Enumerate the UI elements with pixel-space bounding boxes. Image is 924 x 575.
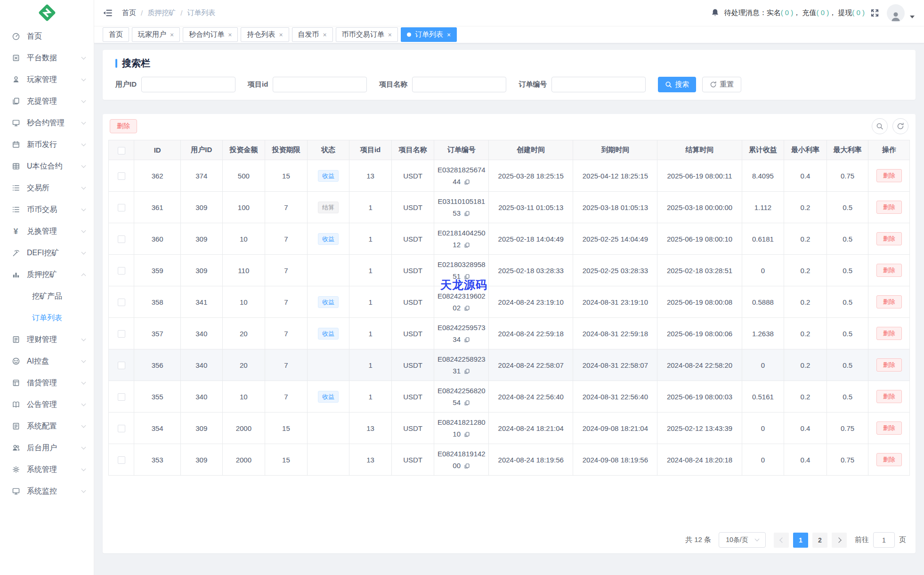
row-delete-button[interactable]: 删除 (876, 169, 902, 182)
tab-持仓列表[interactable]: 持仓列表× (241, 27, 289, 42)
copy-icon[interactable] (464, 368, 470, 374)
row-delete-button[interactable]: 删除 (876, 453, 902, 466)
order-no-input[interactable] (551, 77, 646, 92)
close-icon[interactable]: × (170, 32, 174, 38)
sidebar-subitem-mining-products[interactable]: 挖矿产品 (0, 285, 94, 307)
data-icon (11, 54, 20, 63)
sidebar-item-swap-mgmt[interactable]: ¥兑换管理 (0, 220, 94, 242)
sidebar-subitem-order-list[interactable]: 订单列表 (0, 307, 94, 329)
row-checkbox[interactable] (118, 235, 125, 243)
close-icon[interactable]: × (228, 32, 232, 38)
page-size-select[interactable]: 10条/页 (719, 532, 766, 548)
row-delete-button[interactable]: 删除 (876, 264, 902, 277)
sidebar-item-loan-mgmt[interactable]: 借贷管理 (0, 372, 94, 394)
row-delete-button[interactable]: 删除 (876, 421, 902, 435)
sidebar-item-new-coin[interactable]: 新币发行 (0, 134, 94, 155)
sidebar-item-coin-trade[interactable]: 币币交易 (0, 199, 94, 220)
sidebar-item-player-mgmt[interactable]: 玩家管理 (0, 69, 94, 90)
sidebar-item-defi-mining[interactable]: DEFI挖矿 (0, 242, 94, 264)
tab-首页[interactable]: 首页 (103, 27, 129, 42)
cell-profit: 1.112 (742, 192, 784, 223)
tab-秒合约订单[interactable]: 秒合约订单× (183, 27, 238, 42)
search-button[interactable]: 搜索 (658, 77, 696, 92)
sidebar-item-home[interactable]: 首页 (0, 25, 94, 47)
sidebar-item-notice-mgmt[interactable]: 公告管理 (0, 394, 94, 415)
copy-icon[interactable] (464, 400, 470, 406)
close-icon[interactable]: × (323, 32, 327, 38)
sidebar-item-admin-users[interactable]: 后台用户 (0, 437, 94, 459)
copy-icon[interactable] (464, 242, 470, 248)
page-button-2[interactable]: 2 (812, 533, 827, 548)
row-delete-button[interactable]: 删除 (876, 327, 902, 340)
tab-订单列表[interactable]: 订单列表× (401, 27, 457, 42)
project-id-input[interactable] (273, 77, 367, 92)
user-id-input[interactable] (141, 77, 235, 92)
sidebar-item-system-config[interactable]: 系统配置 (0, 415, 94, 437)
tab-币币交易订单[interactable]: 币币交易订单× (336, 27, 398, 42)
copy-icon[interactable] (464, 337, 470, 343)
reset-button[interactable]: 重置 (702, 77, 741, 92)
copy-icon[interactable] (464, 211, 470, 217)
row-checkbox[interactable] (118, 204, 125, 211)
sidebar-item-staking-mining[interactable]: 质押挖矿 (0, 264, 94, 285)
sidebar-item-u-contract[interactable]: U本位合约 (0, 155, 94, 177)
close-icon[interactable]: × (279, 32, 283, 38)
prev-page-button[interactable] (774, 533, 789, 548)
project-name-input[interactable] (412, 77, 506, 92)
row-checkbox[interactable] (118, 330, 125, 338)
page-button-1[interactable]: 1 (793, 533, 808, 548)
copy-icon[interactable] (464, 179, 470, 185)
refresh-table-icon[interactable] (892, 118, 908, 134)
grid-icon (11, 162, 20, 171)
column-header: 最小利率 (784, 140, 827, 160)
sidebar-item-seconds-contract[interactable]: 秒合约管理 (0, 112, 94, 134)
tab-自发币[interactable]: 自发币× (292, 27, 333, 42)
copy-icon[interactable] (464, 305, 470, 311)
copy-icon[interactable] (464, 463, 470, 469)
collapse-menu-icon[interactable] (103, 8, 113, 18)
select-all-checkbox[interactable] (118, 147, 125, 154)
bell-icon[interactable] (711, 8, 720, 17)
sidebar-item-finance-mgmt[interactable]: 理财管理 (0, 329, 94, 350)
sidebar-item-ai-control[interactable]: AI控盘 (0, 350, 94, 372)
goto-label: 前往 (855, 535, 869, 544)
avatar-caret-icon[interactable] (910, 16, 915, 18)
row-checkbox[interactable] (118, 456, 125, 464)
next-page-button[interactable] (832, 533, 847, 548)
copy-icon[interactable] (464, 431, 470, 437)
row-checkbox[interactable] (118, 267, 125, 275)
sidebar-item-system-mgmt[interactable]: 系统管理 (0, 459, 94, 480)
row-delete-button[interactable]: 删除 (876, 232, 902, 245)
row-delete-button[interactable]: 删除 (876, 295, 902, 308)
row-delete-button[interactable]: 删除 (876, 390, 902, 403)
bulk-delete-button[interactable]: 删除 (110, 119, 137, 133)
sidebar-item-exchange[interactable]: 交易所 (0, 177, 94, 199)
cell-status: 收益 (307, 160, 349, 192)
close-icon[interactable]: × (447, 32, 451, 38)
row-delete-button[interactable]: 删除 (876, 358, 902, 372)
sidebar-item-platform-data[interactable]: 平台数据 (0, 47, 94, 69)
breadcrumb-item[interactable]: 首页 (122, 8, 136, 17)
breadcrumb-item[interactable]: 质押挖矿 (147, 8, 176, 17)
row-checkbox[interactable] (118, 393, 125, 401)
pending-item-2[interactable]: 提现( 0 ) (838, 8, 865, 16)
avatar[interactable] (887, 4, 905, 22)
goto-page-input[interactable]: 1 (873, 532, 895, 548)
sidebar-item-deposit-withdraw[interactable]: 充提管理 (0, 90, 94, 112)
row-checkbox[interactable] (118, 299, 125, 306)
pending-item-0[interactable]: 实名( 0 ) (767, 8, 794, 16)
pending-item-1[interactable]: 充值( 0 ) (802, 8, 829, 16)
row-delete-button[interactable]: 删除 (876, 201, 902, 214)
row-checkbox[interactable] (118, 172, 125, 180)
close-icon[interactable]: × (388, 32, 392, 38)
tab-玩家用户[interactable]: 玩家用户× (132, 27, 180, 42)
user-icon (11, 75, 20, 84)
cell-expire-at: 2024-09-08 18:21:04 (573, 413, 657, 444)
sidebar-item-system-monitor[interactable]: 系统监控 (0, 480, 94, 502)
cell-period: 15 (265, 160, 308, 192)
toggle-search-icon[interactable] (872, 118, 888, 134)
row-checkbox[interactable] (118, 425, 125, 432)
fullscreen-icon[interactable] (870, 8, 879, 17)
chevron-down-icon (81, 228, 86, 233)
row-checkbox[interactable] (118, 362, 125, 369)
